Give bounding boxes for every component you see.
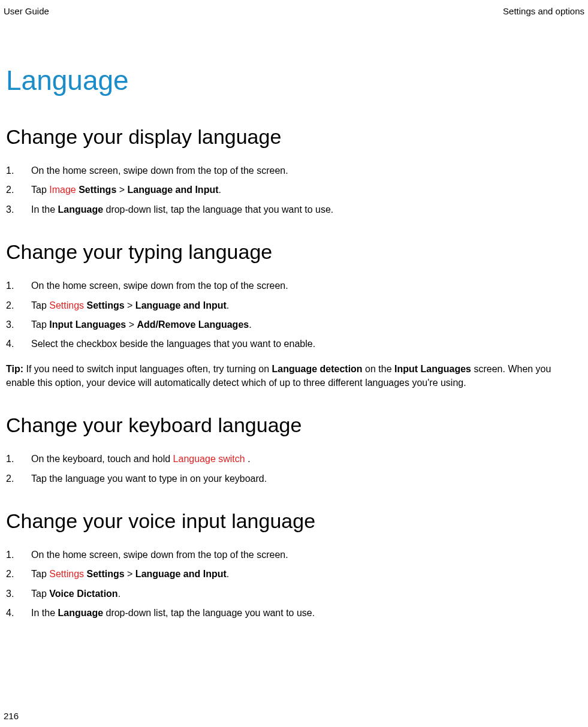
tip-text: If you need to switch input languages of… <box>23 364 272 374</box>
step-text: Settings <box>84 569 125 579</box>
list-item: On the home screen, swipe down from the … <box>6 548 582 562</box>
list-item: Tap Input Languages > Add/Remove Languag… <box>6 318 582 331</box>
steps-display: On the home screen, swipe down from the … <box>6 164 582 216</box>
content: Language Change your display language On… <box>0 16 588 620</box>
step-text: > <box>125 300 135 310</box>
step-text: . <box>249 319 251 330</box>
section-heading-display: Change your display language <box>6 125 582 149</box>
section-heading-voice: Change your voice input language <box>6 509 582 533</box>
step-text: Tap the language you want to type in on … <box>31 473 267 484</box>
list-item: Tap Settings Settings > Language and Inp… <box>6 299 582 312</box>
step-text: Settings <box>76 185 117 195</box>
language-switch-icon: Language switch <box>173 454 245 464</box>
tip-text: Input Languages <box>394 364 471 374</box>
list-item: On the home screen, swipe down from the … <box>6 279 582 292</box>
image-icon: Image <box>49 185 76 195</box>
step-text: drop-down list, tap the language you wan… <box>103 608 315 618</box>
settings-icon: Settings <box>49 569 84 579</box>
step-text: Tap <box>31 569 49 579</box>
step-text: Settings <box>84 300 125 310</box>
step-text: Input Languages <box>49 319 126 330</box>
step-text: Add/Remove Languages <box>137 319 249 330</box>
section-heading-keyboard: Change your keyboard language <box>6 414 582 437</box>
step-text: Tap <box>31 319 49 330</box>
step-text: In the <box>31 608 58 618</box>
step-text: Language and Input <box>135 569 227 579</box>
list-item: Tap Image Settings > Language and Input. <box>6 183 582 197</box>
step-text: . <box>219 185 221 195</box>
step-text: Language and Input <box>135 300 227 310</box>
step-text: > <box>126 319 137 330</box>
list-item: In the Language drop-down list, tap the … <box>6 203 582 216</box>
step-text: Tap <box>31 589 49 599</box>
step-text: . <box>245 454 251 464</box>
list-item: On the keyboard, touch and hold Language… <box>6 453 582 466</box>
step-text: . <box>227 569 229 579</box>
header-right: Settings and options <box>503 6 584 16</box>
tip-text: Language detection <box>272 364 363 374</box>
steps-typing: On the home screen, swipe down from the … <box>6 279 582 351</box>
tip-label: Tip: <box>6 364 23 374</box>
step-text: > <box>125 569 135 579</box>
list-item: Tap Voice Dictation. <box>6 587 582 601</box>
page-header: User Guide Settings and options <box>0 6 588 16</box>
step-text: Tap <box>31 300 49 310</box>
step-text: Select the checkbox beside the languages… <box>31 339 315 349</box>
step-text: Language and Input <box>128 185 219 195</box>
list-item: Tap Settings Settings > Language and Inp… <box>6 568 582 581</box>
step-text: > <box>116 185 127 195</box>
step-text: In the <box>31 204 58 215</box>
step-text: . <box>118 589 120 599</box>
step-text: On the home screen, swipe down from the … <box>31 280 288 291</box>
step-text: drop-down list, tap the language that yo… <box>103 204 333 215</box>
step-text: On the keyboard, touch and hold <box>31 454 173 464</box>
settings-icon: Settings <box>49 300 84 310</box>
list-item: On the home screen, swipe down from the … <box>6 164 582 177</box>
step-text: Tap <box>31 185 49 195</box>
step-text: . <box>227 300 229 310</box>
step-text: Language <box>58 608 103 618</box>
list-item: Select the checkbox beside the languages… <box>6 337 582 351</box>
step-text: Language <box>58 204 103 215</box>
tip-block: Tip: If you need to switch input languag… <box>6 362 582 390</box>
step-text: On the home screen, swipe down from the … <box>31 165 288 176</box>
page-number: 216 <box>4 711 19 721</box>
step-text: On the home screen, swipe down from the … <box>31 550 288 560</box>
header-left: User Guide <box>4 6 49 16</box>
steps-keyboard: On the keyboard, touch and hold Language… <box>6 453 582 485</box>
section-heading-typing: Change your typing language <box>6 240 582 264</box>
step-text: Voice Dictation <box>49 589 117 599</box>
tip-text: on the <box>363 364 394 374</box>
list-item: In the Language drop-down list, tap the … <box>6 607 582 620</box>
steps-voice: On the home screen, swipe down from the … <box>6 548 582 620</box>
page-title: Language <box>6 64 582 96</box>
list-item: Tap the language you want to type in on … <box>6 472 582 485</box>
